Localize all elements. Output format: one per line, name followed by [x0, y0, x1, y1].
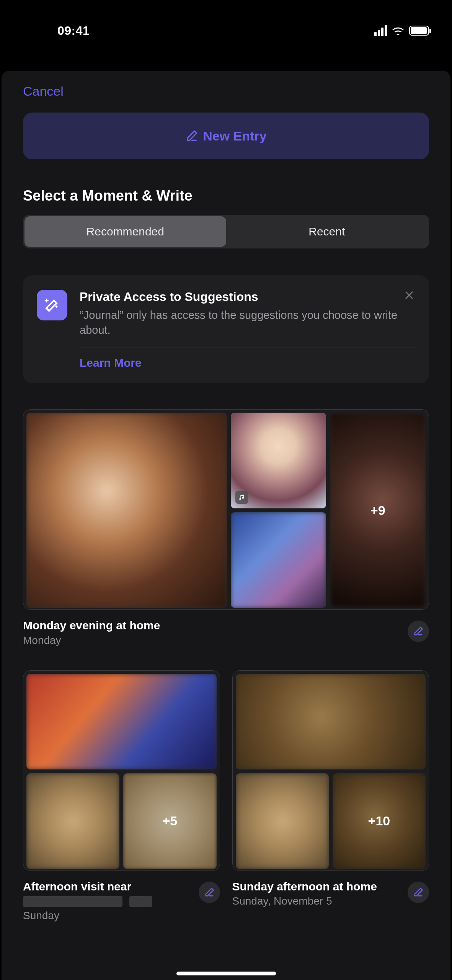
compose-icon	[185, 129, 198, 142]
photo-thumbnail: +5	[123, 773, 216, 869]
tab-recent[interactable]: Recent	[226, 216, 428, 247]
moment-title: Sunday afternoon at home	[232, 879, 377, 894]
moment-subtitle: Sunday	[23, 910, 152, 922]
status-icons	[374, 25, 429, 36]
privacy-card: Private Access to Suggestions “Journal” …	[23, 275, 429, 383]
compose-button[interactable]	[408, 621, 429, 642]
moment-card[interactable]: +9 Monday evening at home Monday	[23, 409, 429, 647]
photo-thumbnail	[236, 773, 329, 869]
segmented-control: Recommended Recent	[23, 215, 429, 248]
photo-thumbnail	[26, 674, 217, 769]
moment-photo-grid: +10	[232, 670, 429, 871]
battery-icon	[409, 26, 429, 36]
tab-recommended[interactable]: Recommended	[24, 216, 226, 247]
music-icon	[235, 491, 248, 504]
more-count-badge: +9	[330, 413, 426, 608]
moment-subtitle: Sunday, November 5	[232, 895, 377, 907]
photo-thumbnail	[231, 512, 326, 608]
modal-sheet: Cancel New Entry Select a Moment & Write…	[2, 71, 450, 980]
moment-subtitle: Monday	[23, 634, 160, 647]
compose-button[interactable]	[199, 882, 220, 903]
moment-photo-grid: +9	[23, 409, 429, 610]
photo-thumbnail	[231, 413, 326, 508]
wifi-icon	[392, 26, 405, 36]
section-title: Select a Moment & Write	[23, 188, 429, 204]
moment-photo-grid: +5	[23, 670, 220, 871]
privacy-description: “Journal” only has access to the suggest…	[80, 308, 414, 338]
photo-thumbnail	[26, 413, 227, 608]
photo-thumbnail: +10	[333, 773, 426, 869]
photo-thumbnail	[26, 773, 119, 869]
new-entry-label: New Entry	[203, 129, 266, 144]
redacted-text	[129, 896, 152, 907]
photo-thumbnail	[236, 674, 426, 769]
magic-wand-icon	[37, 290, 67, 320]
home-indicator	[176, 972, 276, 975]
new-entry-button[interactable]: New Entry	[23, 113, 429, 159]
cellular-signal-icon	[374, 25, 387, 36]
moment-title: Afternoon visit near	[23, 879, 152, 908]
close-icon[interactable]	[401, 287, 417, 303]
photo-thumbnail: +9	[330, 413, 426, 608]
status-time: 09:41	[57, 24, 90, 38]
status-bar: 09:41	[0, 0, 452, 61]
redacted-text	[23, 896, 122, 907]
moment-card[interactable]: +10 Sunday afternoon at home Sunday, Nov…	[232, 670, 429, 922]
moment-title: Monday evening at home	[23, 618, 160, 633]
privacy-title: Private Access to Suggestions	[80, 290, 414, 304]
more-count-badge: +10	[333, 773, 426, 869]
divider	[80, 348, 414, 348]
learn-more-link[interactable]: Learn More	[80, 356, 414, 369]
moment-card[interactable]: +5 Afternoon visit near Sunday	[23, 670, 220, 922]
compose-button[interactable]	[408, 882, 429, 903]
more-count-badge: +5	[123, 773, 216, 869]
cancel-button[interactable]: Cancel	[23, 84, 64, 98]
